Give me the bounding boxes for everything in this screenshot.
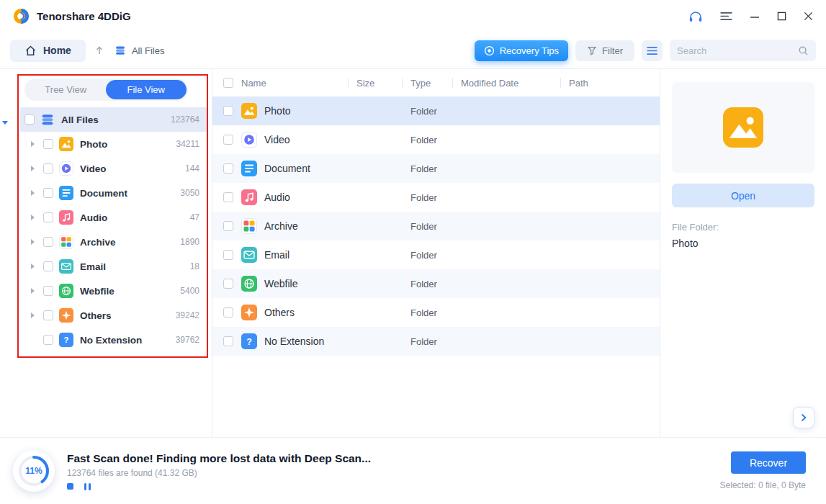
tab-file-view[interactable]: File View: [106, 80, 187, 99]
stop-scan-icon[interactable]: [67, 483, 73, 490]
row-checkbox-cell: [212, 307, 241, 318]
svg-text:?: ?: [246, 337, 252, 347]
preview-panel: Open File Folder: Photo: [660, 69, 826, 438]
sidebar-item-count: 5400: [180, 286, 199, 296]
sidebar-item-label: All Files: [61, 114, 99, 125]
row-type: Folder: [410, 192, 461, 203]
minimize-button[interactable]: [750, 12, 760, 22]
checkbox[interactable]: [223, 135, 233, 145]
expand-caret-icon[interactable]: [27, 261, 37, 271]
table-row-document[interactable]: DocumentFolder: [212, 154, 660, 183]
up-level-icon[interactable]: [94, 45, 104, 55]
svg-text:?: ?: [64, 336, 69, 344]
column-header-modified-date[interactable]: Modified Date: [461, 78, 569, 89]
list-view-icon: [647, 46, 657, 55]
checkbox[interactable]: [43, 261, 53, 271]
next-page-button[interactable]: [793, 407, 814, 428]
sidebar-item-archive[interactable]: Archive1890: [20, 230, 207, 254]
table-row-others[interactable]: OthersFolder: [212, 298, 660, 327]
filter-button-label: Filter: [602, 45, 623, 56]
app-window: Tenorshare 4DDiG Home: [0, 0, 826, 504]
table-row-photo[interactable]: PhotoFolder: [212, 96, 660, 125]
sidebar-item-label: Video: [80, 163, 107, 174]
expand-caret-icon[interactable]: [27, 212, 37, 222]
checkbox[interactable]: [43, 310, 53, 320]
recovery-tips-label: Recovery Tips: [500, 45, 559, 56]
file-table-body: PhotoFolderVideoFolderDocumentFolderAudi…: [212, 96, 660, 438]
expand-caret-icon[interactable]: [27, 286, 37, 296]
checkbox[interactable]: [43, 212, 53, 222]
table-row-no-extension[interactable]: ?No ExtensionFolder: [212, 327, 660, 356]
menu-icon[interactable]: [720, 12, 732, 21]
sidebar-item-label: Others: [80, 310, 112, 321]
column-header-path[interactable]: Path: [569, 78, 660, 89]
sidebar-item-count: 3050: [180, 188, 199, 198]
pause-scan-icon[interactable]: [84, 483, 91, 490]
row-name: Photo: [264, 105, 356, 117]
table-row-webfile[interactable]: WebfileFolder: [212, 269, 660, 298]
sidebar-item-count: 123764: [171, 114, 199, 125]
maximize-button[interactable]: [777, 12, 786, 21]
checkbox[interactable]: [223, 279, 233, 289]
sidebar-item-document[interactable]: Document3050: [20, 181, 207, 205]
checkbox[interactable]: [223, 192, 233, 202]
list-view-toggle-button[interactable]: [642, 40, 663, 61]
audio-icon: [59, 210, 73, 225]
sidebar-item-all-files[interactable]: All Files123764: [20, 107, 207, 132]
checkbox[interactable]: [223, 106, 233, 116]
expand-caret-icon[interactable]: [27, 237, 37, 247]
sidebar-item-email[interactable]: Email18: [20, 254, 207, 279]
row-checkbox-cell: [212, 221, 241, 231]
support-headset-icon[interactable]: [688, 10, 703, 23]
select-all-checkbox[interactable]: [223, 78, 233, 88]
column-header-name[interactable]: Name: [241, 78, 356, 89]
sidebar-item-count: 39762: [176, 335, 199, 345]
sidebar-item-audio[interactable]: Audio47: [20, 205, 207, 230]
checkbox[interactable]: [24, 114, 35, 125]
checkbox[interactable]: [43, 335, 53, 345]
checkbox[interactable]: [223, 336, 233, 346]
sidebar-item-others[interactable]: Others39242: [20, 303, 207, 328]
photo-icon: [241, 103, 264, 119]
expand-caret-icon[interactable]: [27, 310, 37, 320]
home-button[interactable]: Home: [10, 40, 86, 62]
checkbox[interactable]: [223, 221, 233, 231]
table-row-video[interactable]: VideoFolder: [212, 125, 660, 154]
recover-button[interactable]: Recover: [731, 451, 806, 474]
sidebar-item-count: 144: [185, 163, 199, 174]
table-row-audio[interactable]: AudioFolder: [212, 183, 660, 212]
checkbox[interactable]: [43, 237, 53, 247]
column-header-type[interactable]: Type: [410, 78, 461, 89]
tree-expand-caret-icon[interactable]: [2, 121, 8, 125]
checkbox[interactable]: [43, 188, 53, 198]
sidebar-item-count: 34211: [176, 139, 199, 149]
checkbox[interactable]: [223, 307, 233, 318]
row-name: Webfile: [264, 278, 356, 289]
recovery-tips-button[interactable]: Recovery Tips: [475, 40, 568, 61]
close-button[interactable]: [804, 12, 813, 21]
open-button[interactable]: Open: [672, 184, 814, 207]
expand-caret-icon[interactable]: [27, 163, 37, 174]
breadcrumb[interactable]: All Files: [115, 45, 165, 56]
checkbox[interactable]: [223, 163, 233, 174]
checkbox[interactable]: [223, 250, 233, 260]
sidebar-item-photo[interactable]: Photo34211: [20, 132, 207, 156]
expand-caret-icon[interactable]: [27, 188, 37, 198]
table-row-archive[interactable]: ArchiveFolder: [212, 212, 660, 240]
checkbox[interactable]: [43, 286, 53, 296]
search-input[interactable]: [677, 45, 798, 56]
sidebar-item-webfile[interactable]: Webfile5400: [20, 279, 207, 303]
filter-button[interactable]: Filter: [575, 40, 634, 61]
sidebar-item-video[interactable]: Video144: [20, 156, 207, 181]
table-header: Name Size Type Modified Date Path: [212, 69, 660, 96]
sidebar-item-no-extension[interactable]: ?No Extension39762: [20, 328, 207, 352]
titlebar: Tenorshare 4DDiG: [0, 0, 826, 32]
row-name: Video: [264, 134, 356, 145]
checkbox[interactable]: [43, 139, 53, 149]
expand-caret-icon[interactable]: [27, 139, 37, 149]
video-icon: [241, 132, 264, 148]
table-row-email[interactable]: EmailFolder: [212, 240, 660, 269]
search-icon[interactable]: [798, 45, 809, 56]
tab-tree-view[interactable]: Tree View: [26, 80, 107, 99]
checkbox[interactable]: [43, 163, 53, 174]
